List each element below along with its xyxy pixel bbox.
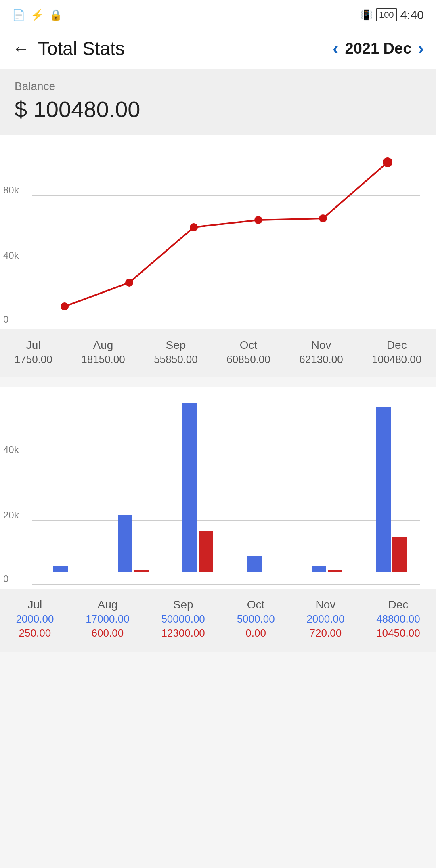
bar-y-label-0: 0 — [3, 573, 8, 585]
status-bar: 📄 ⚡ 🔒 📳 100 4:40 — [0, 0, 436, 28]
y-label-80k: 80k — [3, 185, 19, 196]
bar-nov-expense — [328, 570, 342, 572]
bar-chart-section: 0 20k 40k — [0, 387, 436, 652]
vibrate-icon: 📳 — [361, 9, 373, 21]
bar-chart-svg — [32, 399, 420, 581]
prev-period-button[interactable]: ‹ — [333, 38, 339, 59]
balance-value: $ 100480.00 — [15, 96, 421, 122]
battery-icon: 100 — [376, 8, 397, 21]
bar-y-label-20k: 20k — [3, 509, 19, 521]
bar-aug-expense — [134, 570, 149, 572]
bar-nov-income — [312, 566, 326, 572]
lock-icon: 🔒 — [49, 9, 62, 21]
y-label-0: 0 — [3, 314, 8, 325]
point-aug — [125, 279, 133, 287]
line-chart-svg — [32, 147, 420, 317]
file-icon: 📄 — [12, 9, 25, 21]
bar-sep-income — [182, 403, 197, 572]
status-right-icons: 📳 100 4:40 — [361, 8, 424, 22]
balance-section: Balance $ 100480.00 — [0, 69, 436, 135]
balance-label: Balance — [15, 80, 421, 93]
line-label-dec: Dec 100480.00 — [372, 339, 421, 366]
point-nov — [319, 214, 327, 222]
bar-chart-area: 0 20k 40k — [0, 395, 436, 589]
bar-dec-expense — [392, 537, 407, 572]
point-sep — [190, 223, 198, 231]
bar-jul-income — [53, 566, 68, 572]
status-left-icons: 📄 ⚡ 🔒 — [12, 9, 62, 21]
bar-sep-expense — [199, 531, 213, 572]
line-label-jul: Jul 1750.00 — [15, 339, 52, 366]
bar-dec-income — [376, 407, 391, 572]
bar-chart-labels: Jul 2000.00 250.00 Aug 17000.00 600.00 S… — [0, 589, 436, 652]
back-button[interactable]: ← — [12, 38, 30, 59]
bar-y-label-40k: 40k — [3, 444, 19, 455]
line-label-aug: Aug 18150.00 — [81, 339, 125, 366]
page-title: Total Stats — [38, 38, 125, 59]
line-chart-labels: Jul 1750.00 Aug 18150.00 Sep 55850.00 Oc… — [0, 329, 436, 377]
line-chart-path — [65, 162, 388, 306]
period-nav: ‹ 2021 Dec › — [333, 38, 424, 59]
bar-label-nov: Nov 2000.00 720.00 — [306, 598, 344, 639]
line-chart-section: 0 40k 80k — [0, 135, 436, 377]
bar-aug-income — [118, 515, 132, 572]
bar-label-aug: Aug 17000.00 600.00 — [86, 598, 129, 639]
bar-grid-0 — [32, 584, 420, 585]
time-display: 4:40 — [400, 8, 424, 22]
page-header: ← Total Stats ‹ 2021 Dec › — [0, 28, 436, 69]
grid-line-0 — [32, 325, 420, 325]
bar-oct-income — [247, 556, 262, 572]
bar-label-oct: Oct 5000.00 0.00 — [237, 598, 275, 639]
bar-label-dec: Dec 48800.00 10450.00 — [376, 598, 420, 639]
line-label-sep: Sep 55850.00 — [154, 339, 197, 366]
point-dec — [383, 157, 392, 167]
next-period-button[interactable]: › — [418, 38, 424, 59]
line-label-oct: Oct 60850.00 — [226, 339, 270, 366]
usb-icon: ⚡ — [31, 9, 44, 21]
bar-jul-expense — [69, 572, 84, 572]
period-label: 2021 Dec — [345, 40, 412, 57]
bar-label-jul: Jul 2000.00 250.00 — [16, 598, 54, 639]
point-jul — [61, 302, 69, 310]
y-label-40k: 40k — [3, 250, 19, 261]
line-chart-area: 0 40k 80k — [0, 143, 436, 329]
point-oct — [254, 216, 262, 224]
bar-label-sep: Sep 50000.00 12300.00 — [161, 598, 205, 639]
line-label-nov: Nov 62130.00 — [299, 339, 343, 366]
